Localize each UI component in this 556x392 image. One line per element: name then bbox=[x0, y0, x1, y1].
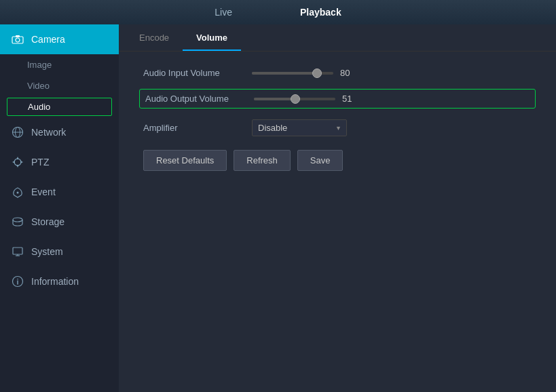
svg-point-1 bbox=[16, 38, 20, 42]
audio-output-label: Audio Output Volume bbox=[145, 94, 254, 104]
audio-output-value: 51 bbox=[342, 94, 363, 104]
audio-input-value: 80 bbox=[340, 68, 360, 78]
content-area: Audio Input Volume 80 Audio Output Volum… bbox=[119, 52, 556, 184]
audio-output-thumb[interactable] bbox=[291, 94, 300, 104]
sidebar-item-image[interactable]: Image bbox=[0, 54, 119, 75]
tab-bar: Encode Volume bbox=[119, 24, 556, 52]
button-row: Reset Defaults Refresh Save bbox=[139, 150, 536, 171]
audio-output-track bbox=[254, 98, 335, 100]
sidebar-item-video[interactable]: Video bbox=[0, 75, 119, 96]
svg-marker-8 bbox=[16, 165, 19, 168]
audio-output-slider-container: 51 bbox=[254, 94, 363, 104]
nav-playback[interactable]: Playback bbox=[286, 3, 355, 22]
audio-input-label: Audio Input Volume bbox=[143, 68, 252, 78]
info-icon bbox=[11, 275, 24, 288]
audio-input-row: Audio Input Volume 80 bbox=[139, 65, 536, 81]
storage-icon bbox=[11, 215, 24, 229]
audio-output-row: Audio Output Volume 51 bbox=[139, 89, 536, 109]
main-content: Encode Volume Audio Input Volume 80 Audi… bbox=[119, 24, 556, 392]
camera-icon bbox=[11, 33, 24, 46]
reset-defaults-button[interactable]: Reset Defaults bbox=[143, 150, 227, 171]
sidebar-information-label: Information bbox=[31, 276, 79, 287]
svg-point-6 bbox=[14, 159, 21, 165]
amplifier-label: Amplifier bbox=[143, 123, 252, 133]
sidebar-event-label: Event bbox=[31, 187, 56, 197]
sidebar-item-audio[interactable]: Audio bbox=[7, 98, 112, 116]
tab-volume[interactable]: Volume bbox=[183, 24, 241, 51]
sidebar-camera-label: Camera bbox=[31, 34, 65, 45]
tab-encode[interactable]: Encode bbox=[126, 24, 183, 51]
event-icon bbox=[11, 185, 24, 199]
ptz-icon bbox=[11, 155, 24, 169]
amplifier-dropdown-wrapper: Disable Enable bbox=[252, 119, 347, 136]
refresh-button[interactable]: Refresh bbox=[234, 150, 291, 171]
svg-point-12 bbox=[13, 218, 22, 222]
svg-rect-2 bbox=[16, 35, 20, 37]
svg-point-18 bbox=[17, 279, 18, 280]
sidebar-item-network[interactable]: Network bbox=[0, 117, 119, 147]
sidebar-item-information[interactable]: Information bbox=[0, 267, 119, 296]
nav-live[interactable]: Live bbox=[201, 3, 246, 22]
sidebar-system-label: System bbox=[31, 246, 63, 257]
svg-marker-10 bbox=[20, 161, 23, 163]
main-layout: Camera Image Video Audio Network bbox=[0, 24, 556, 392]
sidebar-item-camera[interactable]: Camera bbox=[0, 24, 119, 54]
sidebar-item-storage[interactable]: Storage bbox=[0, 207, 119, 237]
sidebar-item-event[interactable]: Event bbox=[0, 177, 119, 207]
amplifier-row: Amplifier Disable Enable bbox=[139, 117, 536, 139]
audio-input-track bbox=[252, 72, 333, 75]
sidebar-storage-label: Storage bbox=[31, 216, 64, 227]
svg-marker-9 bbox=[12, 161, 15, 163]
system-icon bbox=[11, 245, 24, 258]
audio-input-thumb[interactable] bbox=[312, 68, 322, 78]
save-button[interactable]: Save bbox=[297, 150, 344, 171]
network-icon bbox=[11, 125, 24, 139]
top-nav: Live Playback bbox=[0, 0, 556, 24]
svg-marker-7 bbox=[16, 157, 19, 159]
svg-rect-13 bbox=[13, 248, 22, 254]
sidebar-network-label: Network bbox=[31, 127, 66, 138]
audio-input-slider-container: 80 bbox=[252, 68, 360, 78]
sidebar: Camera Image Video Audio Network bbox=[0, 24, 119, 392]
svg-point-11 bbox=[17, 192, 19, 194]
sidebar-item-system[interactable]: System bbox=[0, 237, 119, 267]
amplifier-select[interactable]: Disable Enable bbox=[252, 119, 347, 136]
sidebar-ptz-label: PTZ bbox=[31, 157, 49, 168]
audio-output-fill bbox=[254, 98, 295, 100]
audio-input-fill bbox=[252, 72, 317, 75]
sidebar-item-ptz[interactable]: PTZ bbox=[0, 147, 119, 177]
